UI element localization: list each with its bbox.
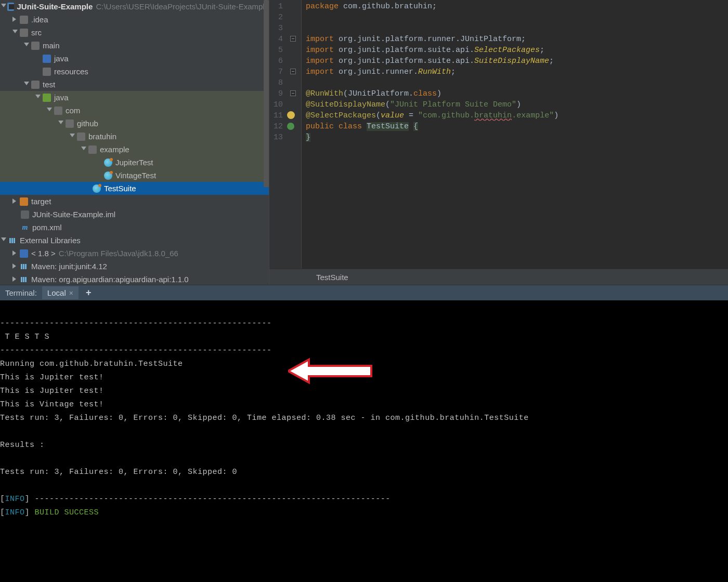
tree-item-main-resources[interactable]: resources [0,65,269,78]
svg-rect-8 [25,277,27,282]
string-literal: "JUnit Platform Suite Demo" [390,100,516,109]
tree-item-vintage-test[interactable]: VintageTest [0,169,269,182]
terminal-line: Running com.github.bratuhin.TestSuite [0,360,183,368]
tree-item-mvn-junit[interactable]: Maven: junit:junit:4.12 [0,260,269,273]
code-text: ) [437,89,441,98]
tree-label: JUnit-Suite-Example.iml [32,210,115,219]
tree-item-target[interactable]: target [0,195,269,208]
class-name: JUnitPlatform [460,35,521,44]
close-icon[interactable]: × [69,289,73,297]
library-icon [8,236,17,245]
terminal-tab-label: Local [47,288,66,297]
chevron-down-icon[interactable] [1,4,6,10]
terminal-line: T E S T S [0,333,49,341]
svg-rect-5 [25,264,27,269]
iml-file-icon [21,210,29,219]
tree-item-external-libraries[interactable]: External Libraries [0,234,269,247]
tree-item-pom[interactable]: m pom.xml [0,221,269,234]
chevron-down-icon[interactable] [58,121,64,127]
code-text: ( [343,89,348,98]
svg-rect-0 [9,238,11,243]
tree-scrollbar[interactable] [264,0,269,187]
line-number: 8 [269,77,283,88]
chevron-right-icon[interactable] [12,276,19,283]
tree-item-idea[interactable]: .idea [0,13,269,26]
terminal-line: [INFO] ---------------------------------… [0,495,391,504]
code-text: ; [549,57,554,65]
terminal-line: ----------------------------------------… [0,346,272,355]
tree-item-test-suite[interactable]: TestSuite [0,182,269,195]
tree-label: target [31,197,51,206]
tree-item-src[interactable]: src [0,26,269,39]
chevron-down-icon[interactable] [12,30,19,36]
class-name: TestSuite [367,122,409,131]
tree-item-bratuhin[interactable]: bratuhin [0,130,269,143]
chevron-down-icon[interactable] [81,147,87,153]
intention-bulb-icon[interactable] [287,111,295,119]
tree-item-example[interactable]: example [0,143,269,156]
chevron-down-icon[interactable] [47,108,53,114]
vcs-change-icon[interactable] [287,123,294,130]
package-icon [66,120,74,128]
terminal-line: Results : [0,441,45,449]
fold-icon[interactable] [290,36,296,42]
terminal-tab-local[interactable]: Local × [42,286,79,299]
tree-label: bratuhin [88,132,116,141]
chevron-down-icon[interactable] [24,82,30,88]
tree-project-root[interactable]: JUnit-Suite-Example C:\Users\USER\IdeaPr… [0,0,269,13]
tree-label: example [100,145,129,154]
chevron-down-icon[interactable] [70,134,76,140]
chevron-down-icon[interactable] [1,237,7,244]
tree-label: .idea [31,15,48,24]
tree-item-github[interactable]: github [0,117,269,130]
chevron-right-icon[interactable] [12,17,19,23]
breadcrumb-item[interactable]: TestSuite [316,273,348,282]
junit-class-icon [104,158,112,167]
package-icon [88,146,97,154]
code-text: ; [451,68,456,76]
chevron-down-icon[interactable] [35,95,42,101]
svg-rect-3 [21,264,22,269]
terminal-line: This is Jupiter test! [0,373,104,382]
chevron-down-icon[interactable] [24,43,30,49]
code-editor[interactable]: 1 2 3 4 5 6 7 8 9 10 11 12 13 [269,0,728,285]
chevron-right-icon[interactable] [12,263,19,270]
project-tree-panel[interactable]: JUnit-Suite-Example C:\Users\USER\IdeaPr… [0,0,269,285]
chevron-right-icon[interactable] [12,199,19,205]
terminal-output[interactable]: ----------------------------------------… [0,300,728,582]
tree-label: src [31,28,42,37]
tree-item-jdk[interactable]: < 1.8 > C:\Program Files\Java\jdk1.8.0_6… [0,247,269,260]
resources-folder-icon [43,68,51,76]
tree-item-iml[interactable]: JUnit-Suite-Example.iml [0,208,269,221]
code-text: org.junit.platform.runner. [334,35,460,44]
tree-item-jupiter-test[interactable]: JupiterTest [0,156,269,169]
string-literal: .example" [512,111,554,120]
tree-item-mvn-apiguardian[interactable]: Maven: org.apiguardian:apiguardian-api:1… [0,273,269,285]
tree-label: main [43,41,60,50]
tree-label: < 1.8 > [31,249,56,258]
folder-icon [31,42,40,50]
tree-label: resources [54,67,88,76]
class-name: RunWith [418,68,451,76]
code-text: { [413,122,418,131]
tree-item-com[interactable]: com [0,104,269,117]
fold-icon[interactable] [290,69,296,74]
terminal-label: Terminal: [0,288,42,297]
terminal-line: [INFO] BUILD SUCCESS [0,508,99,517]
tree-item-main-java[interactable]: java [0,52,269,65]
maven-icon: m [21,223,29,232]
breadcrumb[interactable]: TestSuite [269,269,728,285]
tree-item-main[interactable]: main [0,39,269,52]
tree-item-test[interactable]: test [0,78,269,91]
tree-item-test-java[interactable]: java [0,91,269,104]
tree-label: java [54,54,69,63]
add-terminal-button[interactable]: + [79,287,99,298]
source-folder-icon [43,55,51,63]
svg-rect-7 [23,277,24,282]
line-number: 7 [269,67,283,77]
code-content[interactable]: package com.github.bratuhin; import org.… [302,0,558,269]
line-number: 6 [269,56,283,67]
module-icon [7,3,14,11]
chevron-right-icon[interactable] [12,250,19,257]
fold-icon[interactable] [290,90,296,96]
